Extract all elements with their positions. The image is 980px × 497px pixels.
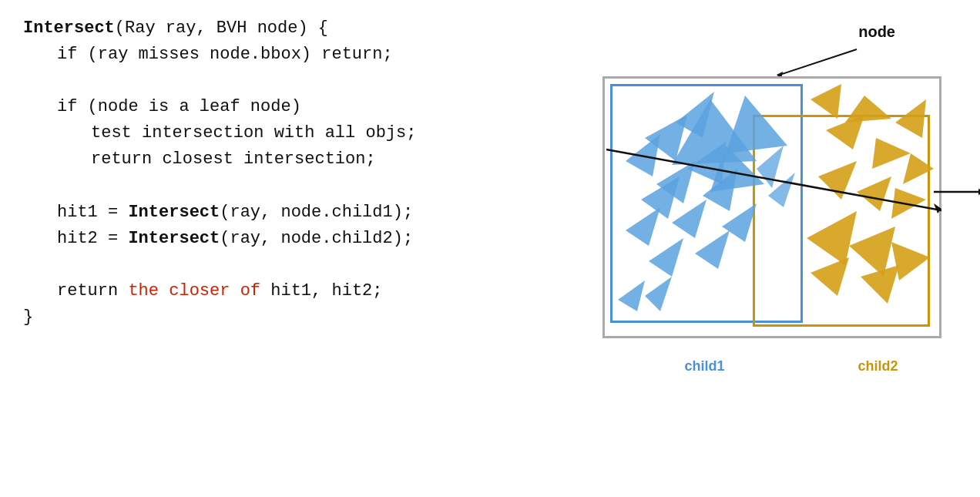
code-line-2: if (ray misses node.bbox) return; [23, 42, 572, 68]
code-line-8: return the closer of hit1, hit2; [23, 278, 572, 304]
main-container: Intersect(Ray ray, BVH node) { if (ray m… [23, 15, 957, 374]
svg-line-0 [780, 49, 857, 75]
child1-label: child1 [684, 358, 724, 374]
child-labels: child1 child2 [602, 358, 941, 374]
code-line-6: hit1 = Intersect(ray, node.child1); [23, 200, 572, 226]
ray-outside-arrow [934, 184, 980, 207]
code-line-9: } [23, 304, 572, 331]
code-line-5: return closest intersection; [23, 146, 572, 173]
code-line-4: test intersection with all objs; [23, 120, 572, 146]
child2-label: child2 [858, 358, 898, 374]
keyword-intersect-3: Intersect [128, 229, 220, 248]
code-line-1: Intersect(Ray ray, BVH node) { [23, 15, 572, 42]
diagram-panel: node [587, 15, 957, 374]
hit1-assign: hit1 = [57, 203, 128, 222]
node-label: node [858, 23, 895, 41]
child2-bbox [753, 115, 930, 327]
code-line-3: if (node is a leaf node) [23, 94, 572, 120]
code-line-6-rest: (ray, node.child1); [220, 203, 413, 222]
node-arrow-svg [602, 45, 941, 76]
hit2-assign: hit2 = [57, 229, 128, 248]
code-panel: Intersect(Ray ray, BVH node) { if (ray m… [23, 15, 572, 374]
code-line-7: hit2 = Intersect(ray, node.child2); [23, 226, 572, 252]
code-line-7-rest: (ray, node.child2); [220, 229, 413, 248]
diagram-box [602, 76, 941, 354]
return-keyword: return [57, 281, 128, 301]
red-text: the closer of [128, 281, 260, 301]
code-line-8-end: hit1, hit2; [260, 281, 382, 301]
keyword-intersect: Intersect [23, 18, 115, 38]
code-line-1-rest: (Ray ray, BVH node) { [115, 18, 328, 38]
keyword-intersect-2: Intersect [128, 203, 220, 222]
